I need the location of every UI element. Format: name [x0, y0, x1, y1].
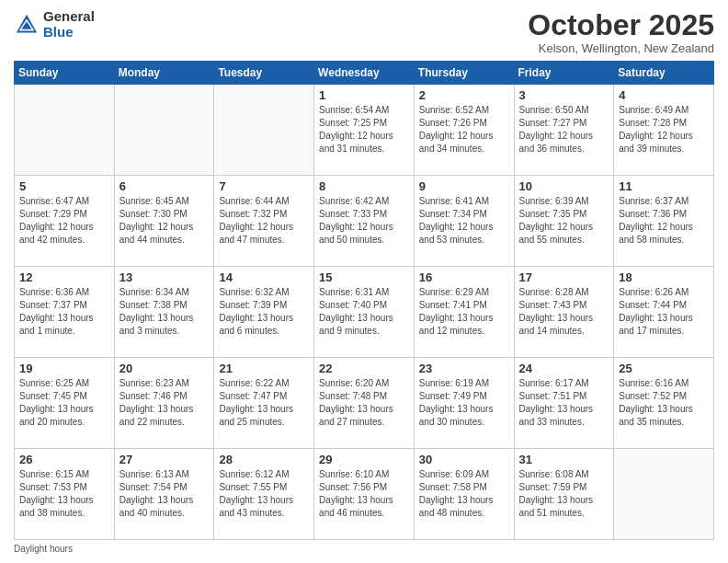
col-friday: Friday [514, 62, 614, 85]
table-row: 6Sunrise: 6:45 AM Sunset: 7:30 PM Daylig… [114, 176, 214, 267]
day-info: Sunrise: 6:45 AM Sunset: 7:30 PM Dayligh… [119, 195, 210, 247]
day-number: 5 [19, 179, 109, 193]
day-info: Sunrise: 6:36 AM Sunset: 7:37 PM Dayligh… [19, 286, 109, 338]
day-number: 2 [419, 88, 509, 102]
table-row: 23Sunrise: 6:19 AM Sunset: 7:49 PM Dayli… [414, 358, 514, 449]
logo-blue-text: Blue [43, 25, 95, 40]
day-number: 18 [619, 270, 709, 284]
day-info: Sunrise: 6:20 AM Sunset: 7:48 PM Dayligh… [319, 377, 409, 429]
title-block: October 2025 Kelson, Wellington, New Zea… [528, 9, 714, 55]
day-number: 29 [319, 453, 409, 466]
day-info: Sunrise: 6:15 AM Sunset: 7:53 PM Dayligh… [19, 468, 109, 520]
page: General Blue October 2025 Kelson, Wellin… [0, 0, 728, 563]
day-number: 26 [19, 453, 109, 466]
day-number: 28 [219, 453, 309, 466]
table-row: 4Sunrise: 6:49 AM Sunset: 7:28 PM Daylig… [614, 85, 714, 176]
day-number: 24 [519, 362, 609, 375]
day-number: 4 [619, 88, 709, 102]
day-number: 22 [319, 362, 409, 375]
table-row: 13Sunrise: 6:34 AM Sunset: 7:38 PM Dayli… [114, 267, 214, 358]
day-info: Sunrise: 6:41 AM Sunset: 7:34 PM Dayligh… [419, 195, 509, 247]
table-row: 22Sunrise: 6:20 AM Sunset: 7:48 PM Dayli… [314, 358, 415, 449]
table-row: 26Sunrise: 6:15 AM Sunset: 7:53 PM Dayli… [15, 449, 115, 540]
day-number: 8 [319, 179, 409, 193]
calendar-week-row: 26Sunrise: 6:15 AM Sunset: 7:53 PM Dayli… [15, 449, 714, 540]
table-row: 14Sunrise: 6:32 AM Sunset: 7:39 PM Dayli… [214, 267, 314, 358]
day-info: Sunrise: 6:44 AM Sunset: 7:32 PM Dayligh… [219, 195, 309, 247]
day-info: Sunrise: 6:50 AM Sunset: 7:27 PM Dayligh… [519, 104, 609, 155]
day-info: Sunrise: 6:12 AM Sunset: 7:55 PM Dayligh… [219, 468, 309, 520]
table-row: 30Sunrise: 6:09 AM Sunset: 7:58 PM Dayli… [414, 449, 514, 540]
day-info: Sunrise: 6:23 AM Sunset: 7:46 PM Dayligh… [119, 377, 210, 429]
day-info: Sunrise: 6:09 AM Sunset: 7:58 PM Dayligh… [419, 468, 509, 520]
table-row: 7Sunrise: 6:44 AM Sunset: 7:32 PM Daylig… [214, 176, 314, 267]
calendar-week-row: 19Sunrise: 6:25 AM Sunset: 7:45 PM Dayli… [15, 358, 714, 449]
location-subtitle: Kelson, Wellington, New Zealand [528, 41, 714, 55]
table-row: 19Sunrise: 6:25 AM Sunset: 7:45 PM Dayli… [15, 358, 115, 449]
table-row: 20Sunrise: 6:23 AM Sunset: 7:46 PM Dayli… [114, 358, 214, 449]
day-number: 20 [119, 362, 210, 375]
day-number: 1 [319, 88, 409, 102]
day-number: 23 [419, 362, 509, 375]
table-row [15, 85, 115, 176]
table-row: 8Sunrise: 6:42 AM Sunset: 7:33 PM Daylig… [314, 176, 415, 267]
table-row: 9Sunrise: 6:41 AM Sunset: 7:34 PM Daylig… [414, 176, 514, 267]
day-number: 13 [119, 270, 210, 284]
day-info: Sunrise: 6:49 AM Sunset: 7:28 PM Dayligh… [619, 104, 709, 155]
calendar-week-row: 5Sunrise: 6:47 AM Sunset: 7:29 PM Daylig… [15, 176, 714, 267]
table-row [214, 85, 314, 176]
day-number: 7 [219, 179, 309, 193]
table-row: 31Sunrise: 6:08 AM Sunset: 7:59 PM Dayli… [514, 449, 614, 540]
logo: General Blue [14, 9, 95, 40]
calendar-week-row: 12Sunrise: 6:36 AM Sunset: 7:37 PM Dayli… [15, 267, 714, 358]
table-row: 1Sunrise: 6:54 AM Sunset: 7:25 PM Daylig… [314, 85, 415, 176]
daylight-label: Daylight hours [14, 544, 73, 554]
header: General Blue October 2025 Kelson, Wellin… [14, 9, 714, 55]
day-info: Sunrise: 6:13 AM Sunset: 7:54 PM Dayligh… [119, 468, 210, 520]
day-number: 3 [519, 88, 609, 102]
table-row: 12Sunrise: 6:36 AM Sunset: 7:37 PM Dayli… [15, 267, 115, 358]
table-row: 25Sunrise: 6:16 AM Sunset: 7:52 PM Dayli… [614, 358, 714, 449]
table-row: 15Sunrise: 6:31 AM Sunset: 7:40 PM Dayli… [314, 267, 415, 358]
month-title: October 2025 [528, 9, 714, 41]
table-row: 5Sunrise: 6:47 AM Sunset: 7:29 PM Daylig… [15, 176, 115, 267]
logo-icon [14, 12, 40, 38]
day-number: 11 [619, 179, 709, 193]
day-info: Sunrise: 6:10 AM Sunset: 7:56 PM Dayligh… [319, 468, 409, 520]
day-number: 12 [19, 270, 109, 284]
table-row: 28Sunrise: 6:12 AM Sunset: 7:55 PM Dayli… [214, 449, 314, 540]
day-number: 9 [419, 179, 509, 193]
day-info: Sunrise: 6:25 AM Sunset: 7:45 PM Dayligh… [19, 377, 109, 429]
day-info: Sunrise: 6:34 AM Sunset: 7:38 PM Dayligh… [119, 286, 210, 338]
day-number: 25 [619, 362, 709, 375]
day-info: Sunrise: 6:42 AM Sunset: 7:33 PM Dayligh… [319, 195, 409, 247]
day-number: 31 [519, 453, 609, 466]
day-info: Sunrise: 6:39 AM Sunset: 7:35 PM Dayligh… [519, 195, 609, 247]
day-info: Sunrise: 6:32 AM Sunset: 7:39 PM Dayligh… [219, 286, 309, 338]
table-row [114, 85, 214, 176]
day-number: 10 [519, 179, 609, 193]
day-info: Sunrise: 6:19 AM Sunset: 7:49 PM Dayligh… [419, 377, 509, 429]
col-tuesday: Tuesday [214, 62, 314, 85]
col-thursday: Thursday [414, 62, 514, 85]
table-row: 11Sunrise: 6:37 AM Sunset: 7:36 PM Dayli… [614, 176, 714, 267]
calendar-week-row: 1Sunrise: 6:54 AM Sunset: 7:25 PM Daylig… [15, 85, 714, 176]
logo-general-text: General [43, 9, 95, 25]
day-number: 19 [19, 362, 109, 375]
day-info: Sunrise: 6:08 AM Sunset: 7:59 PM Dayligh… [519, 468, 609, 520]
table-row: 29Sunrise: 6:10 AM Sunset: 7:56 PM Dayli… [314, 449, 415, 540]
day-number: 6 [119, 179, 210, 193]
day-number: 16 [419, 270, 509, 284]
day-info: Sunrise: 6:26 AM Sunset: 7:44 PM Dayligh… [619, 286, 709, 338]
table-row: 27Sunrise: 6:13 AM Sunset: 7:54 PM Dayli… [114, 449, 214, 540]
table-row: 2Sunrise: 6:52 AM Sunset: 7:26 PM Daylig… [414, 85, 514, 176]
table-row: 10Sunrise: 6:39 AM Sunset: 7:35 PM Dayli… [514, 176, 614, 267]
table-row: 3Sunrise: 6:50 AM Sunset: 7:27 PM Daylig… [514, 85, 614, 176]
col-sunday: Sunday [15, 62, 115, 85]
col-wednesday: Wednesday [314, 62, 415, 85]
day-info: Sunrise: 6:28 AM Sunset: 7:43 PM Dayligh… [519, 286, 609, 338]
day-info: Sunrise: 6:29 AM Sunset: 7:41 PM Dayligh… [419, 286, 509, 338]
day-info: Sunrise: 6:47 AM Sunset: 7:29 PM Dayligh… [19, 195, 109, 247]
day-info: Sunrise: 6:52 AM Sunset: 7:26 PM Dayligh… [419, 104, 509, 155]
day-info: Sunrise: 6:16 AM Sunset: 7:52 PM Dayligh… [619, 377, 709, 429]
